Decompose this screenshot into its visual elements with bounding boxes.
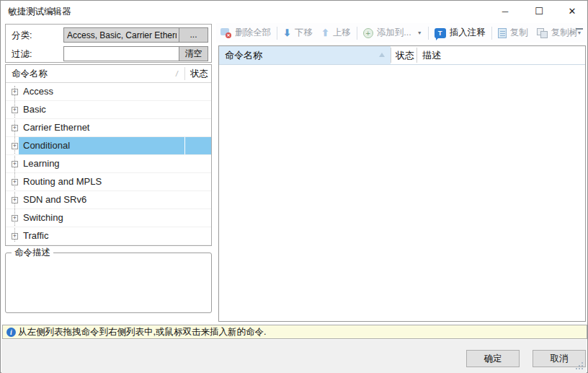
tree-item-label: Switching: [19, 209, 184, 227]
tree-row-conditional[interactable]: + Conditional: [6, 137, 211, 155]
table-header-status[interactable]: 状态: [396, 46, 414, 64]
tree-item-label: Basic: [19, 101, 184, 118]
move-up-label: 上移: [333, 27, 351, 39]
expand-icon[interactable]: +: [12, 125, 18, 131]
dialog-footer: 确定 取消: [1, 340, 587, 373]
tree-item-status: [185, 119, 211, 136]
command-description-title: 命令描述: [12, 247, 53, 259]
tree-item-status: [185, 83, 211, 100]
tree-row-traffic[interactable]: + Traffic: [6, 227, 211, 245]
expand-icon[interactable]: +: [12, 215, 18, 221]
tree-header: 命令名称 / 状态: [6, 65, 211, 83]
overflow-icon: ▼: [576, 30, 583, 35]
tree-item-label: Traffic: [19, 227, 184, 245]
insert-comment-label: 插入注释: [450, 27, 486, 39]
expand-icon[interactable]: +: [12, 179, 18, 185]
resize-grip[interactable]: [582, 368, 583, 369]
filter-clear-button[interactable]: 清空: [179, 46, 208, 61]
copy-tree-button[interactable]: 复制树: [533, 25, 583, 42]
copy-tree-icon: [537, 28, 548, 38]
move-down-label: 下移: [295, 27, 313, 39]
tree-item-status: [185, 227, 211, 245]
toolbar-separator: [277, 27, 277, 40]
dialog-window: 敏捷测试编辑器 ─ ☐ ✕ ✕ 删除全部 ⬇ 下移 ⬆ 上移 + 添加到... …: [0, 0, 588, 373]
copy-tree-label: 复制树: [551, 27, 579, 39]
tree-item-status: [185, 191, 211, 209]
tree-row-learning[interactable]: + Learning: [6, 155, 211, 173]
tree-row-basic[interactable]: + Basic: [6, 101, 211, 119]
table-header: 命令名称 状态 描述: [219, 46, 585, 65]
tree-row-access[interactable]: + Access: [6, 83, 211, 101]
tree-item-label: Access: [19, 83, 184, 100]
tree-row-switching[interactable]: + Switching: [6, 209, 211, 227]
minimize-button[interactable]: ─: [492, 1, 518, 22]
tree-row-carrier-ethernet[interactable]: + Carrier Ethernet: [6, 119, 211, 137]
status-message: 从左侧列表拖拽命令到右侧列表中,或鼠标双击来插入新的命令.: [18, 326, 266, 338]
tree-item-label: Conditional: [19, 137, 184, 154]
filter-input[interactable]: [63, 46, 179, 61]
table-body[interactable]: [219, 65, 585, 321]
sort-ascending-icon: /: [176, 70, 178, 78]
tree-row-sdn-and-srv6[interactable]: + SDN and SRv6: [6, 191, 211, 209]
toolbar-separator: [491, 27, 492, 40]
tree-item-label: Routing and MPLS: [19, 173, 184, 190]
delete-all-icon: ✕: [220, 28, 231, 38]
expand-icon[interactable]: +: [12, 143, 18, 149]
table-header-description[interactable]: 描述: [422, 46, 441, 64]
add-to-label: 添加到...: [377, 27, 411, 39]
title-bar: 敏捷测试编辑器 ─ ☐ ✕: [1, 1, 587, 22]
column-divider: [416, 48, 417, 63]
ok-button[interactable]: 确定: [466, 350, 520, 367]
tree-item-label: Learning: [19, 155, 184, 172]
delete-all-button[interactable]: ✕ 删除全部: [216, 25, 275, 42]
category-input[interactable]: [63, 27, 179, 43]
maximize-button[interactable]: ☐: [526, 1, 552, 22]
filter-label: 过滤:: [12, 48, 32, 61]
tree-row-routing-and-mpls[interactable]: + Routing and MPLS: [6, 173, 211, 191]
add-to-icon: +: [363, 28, 373, 38]
command-table: 命令名称 状态 描述: [218, 45, 586, 322]
tree-item-label: Carrier Ethernet: [19, 119, 184, 136]
info-icon: i: [6, 328, 16, 337]
toolbar-overflow-button[interactable]: ▼: [576, 28, 583, 35]
tree-item-status: [185, 173, 211, 190]
category-label: 分类:: [12, 30, 32, 42]
cancel-button[interactable]: 取消: [533, 350, 586, 367]
move-up-button[interactable]: ⬆ 上移: [317, 25, 355, 42]
command-tree: 命令名称 / 状态 + Access + Basic + Carrier Eth…: [5, 64, 212, 246]
toolbar: ✕ 删除全部 ⬇ 下移 ⬆ 上移 + 添加到... ▼ T 插入注释 复制: [216, 23, 587, 43]
delete-all-label: 删除全部: [235, 27, 271, 39]
move-up-icon: ⬆: [321, 28, 329, 38]
copy-label: 复制: [510, 27, 528, 39]
move-down-icon: ⬇: [283, 28, 291, 38]
sort-ascending-icon: [379, 53, 385, 57]
move-down-button[interactable]: ⬇ 下移: [279, 25, 317, 42]
table-header-name[interactable]: 命令名称: [219, 46, 391, 64]
window-title: 敏捷测试编辑器: [8, 1, 71, 22]
expand-icon[interactable]: +: [12, 89, 18, 95]
tree-item-status: [185, 101, 211, 118]
close-button[interactable]: ✕: [559, 1, 585, 22]
column-divider: [391, 48, 391, 63]
toolbar-separator: [428, 27, 429, 40]
copy-icon: [498, 28, 507, 38]
expand-icon[interactable]: +: [12, 161, 18, 167]
tree-item-label: SDN and SRv6: [19, 191, 184, 209]
add-to-button[interactable]: + 添加到... ▼: [359, 25, 427, 42]
status-bar: i 从左侧列表拖拽命令到右侧列表中,或鼠标双击来插入新的命令.: [2, 325, 587, 339]
column-divider: [184, 67, 185, 80]
tree-item-status: [185, 155, 211, 172]
copy-button[interactable]: 复制: [494, 25, 533, 42]
tree-header-status[interactable]: 状态: [190, 65, 208, 83]
tree-header-name[interactable]: 命令名称: [12, 65, 48, 83]
chevron-down-icon[interactable]: ▼: [417, 30, 422, 35]
tree-body: + Access + Basic + Carrier Ethernet + Co…: [6, 83, 211, 245]
tree-item-status: [185, 137, 211, 154]
expand-icon[interactable]: +: [12, 197, 18, 203]
category-filter-panel: 分类: ... 过滤: 清空: [5, 24, 212, 63]
category-browse-button[interactable]: ...: [179, 27, 208, 43]
expand-icon[interactable]: +: [12, 107, 18, 113]
command-description-box: 命令描述: [5, 253, 212, 313]
expand-icon[interactable]: +: [12, 233, 18, 240]
insert-comment-button[interactable]: T 插入注释: [430, 25, 490, 42]
